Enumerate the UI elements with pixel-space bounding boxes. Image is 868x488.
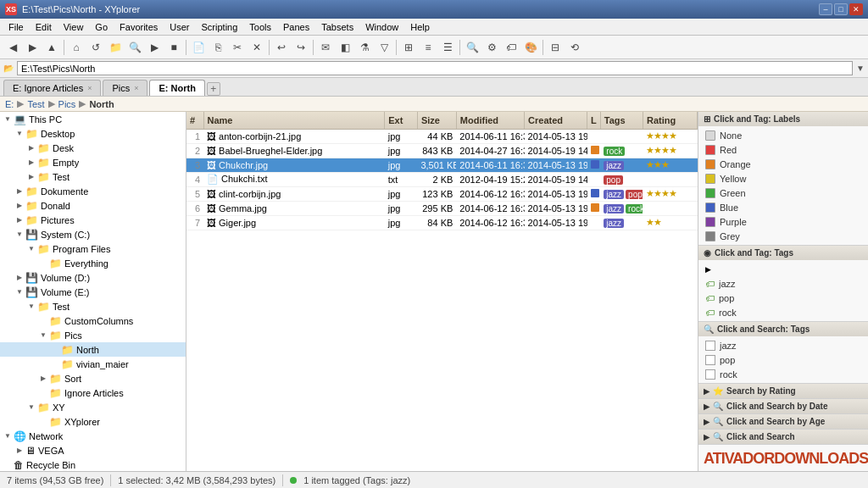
minimize-button[interactable]: – (819, 3, 832, 15)
tree-item-19[interactable]: 📁Ignore Articles (0, 385, 186, 400)
menu-item-panes[interactable]: Panes (278, 20, 314, 34)
search-date-header[interactable]: ▶ 🔍 Click and Search by Date (698, 399, 868, 413)
tree-item-8[interactable]: ▼💾System (C:) (0, 227, 186, 241)
sync-button[interactable]: ⟲ (565, 38, 584, 57)
tree-toggle-13[interactable]: ▼ (25, 299, 37, 313)
search-tags-header[interactable]: 🔍 Click and Search: Tags (698, 322, 868, 336)
tree-toggle-18[interactable]: ▶ (37, 371, 49, 385)
click-search-header[interactable]: ▶ 🔍 Click and Search (698, 430, 868, 444)
tree-toggle-7[interactable]: ▶ (14, 213, 25, 227)
tag-button[interactable]: 🏷 (502, 38, 520, 57)
tree-item-16[interactable]: 📁North (0, 342, 186, 357)
tree-item-20[interactable]: ▼📁XY (0, 400, 186, 414)
label-item-orange[interactable]: Orange (698, 157, 868, 171)
menu-item-scripting[interactable]: Scripting (197, 20, 243, 34)
tree-item-7[interactable]: ▶📁Pictures (0, 213, 186, 227)
tree-toggle-2[interactable]: ▶ (25, 141, 37, 155)
menu-item-window[interactable]: Window (360, 20, 403, 34)
tree-item-2[interactable]: ▶📁Desk (0, 141, 186, 155)
tree-toggle-20[interactable]: ▼ (25, 400, 37, 414)
search-age-header[interactable]: ▶ 🔍 Click and Search by Age (698, 414, 868, 429)
view-button[interactable]: ◧ (336, 38, 354, 57)
table-row[interactable]: 1🖼 anton-corbijn-21.jpgjpg44 KB2014-06-1… (186, 129, 698, 143)
tree-item-3[interactable]: ▶📁Empty (0, 155, 186, 169)
table-row[interactable]: 7🖼 Giger.jpgjpg84 KB2014-06-12 16:36:002… (186, 215, 698, 230)
maximize-button[interactable]: □ (834, 3, 848, 15)
menu-item-file[interactable]: File (3, 20, 29, 34)
tree-toggle-6[interactable]: ▶ (14, 198, 25, 213)
layout-button[interactable]: ⊟ (546, 38, 565, 57)
tree-toggle-5[interactable]: ▶ (14, 184, 25, 198)
tree-item-10[interactable]: 📁Everything (0, 256, 186, 270)
send-button[interactable]: ✉ (316, 38, 335, 57)
search-tag-check-jazz[interactable] (705, 341, 715, 351)
new-button[interactable]: 📄 (189, 38, 208, 57)
delete-button[interactable]: ✕ (248, 38, 266, 57)
col-header-l[interactable]: L (587, 112, 601, 129)
search-tag-item-rock[interactable]: rock (698, 367, 868, 381)
add-tab-button[interactable]: + (207, 82, 220, 96)
bc-item-pics[interactable]: Pics (58, 99, 76, 109)
tab-0[interactable]: E: Ignore Articles× (3, 80, 101, 96)
settings-button[interactable]: ⚙ (482, 38, 501, 57)
tree-toggle-4[interactable]: ▶ (25, 169, 37, 184)
tree-item-15[interactable]: ▼📁Pics (0, 328, 186, 342)
menu-item-favorites[interactable]: Favorites (114, 20, 163, 34)
tree-item-0[interactable]: ▼💻This PC (0, 112, 186, 126)
menu-item-user[interactable]: User (164, 20, 194, 34)
menu-item-view[interactable]: View (58, 20, 89, 34)
back-button[interactable]: ◀ (3, 38, 22, 57)
tree-toggle-22[interactable]: ▼ (2, 429, 14, 443)
table-row[interactable]: 4📄 Chukchi.txttxt2 KB2012-04-19 15:24:06… (186, 172, 698, 186)
tag-item-rock[interactable]: 🏷rock (698, 305, 868, 319)
tree-item-9[interactable]: ▼📁Program Files (0, 241, 186, 256)
col-header-name[interactable]: Name (203, 112, 385, 129)
table-row[interactable]: 3🖼 Chukchr.jpgjpg3,501 KB2014-06-11 16:3… (186, 158, 698, 172)
tree-item-5[interactable]: ▶📁Dokumente (0, 184, 186, 198)
tree-item-17[interactable]: 📁vivian_maier (0, 357, 186, 371)
list-button[interactable]: ≡ (419, 38, 437, 57)
search-tag-check-pop[interactable] (705, 355, 715, 365)
col-header-ext[interactable]: Ext (385, 112, 418, 129)
tree-item-23[interactable]: ▶🖥VEGA (0, 443, 186, 458)
label-item-red[interactable]: Red (698, 142, 868, 157)
tags-expand-item[interactable]: ▶ (698, 262, 868, 276)
col-header-modified[interactable]: Modified (456, 112, 524, 129)
table-row[interactable]: 2🖼 Babel-Brueghel-Elder.jpgjpg843 KB2014… (186, 143, 698, 158)
folder-button[interactable]: 📁 (106, 38, 125, 57)
tree-item-1[interactable]: ▼📁Desktop (0, 126, 186, 141)
zoom-button[interactable]: 🔍 (463, 38, 481, 57)
tree-item-4[interactable]: ▶📁Test (0, 169, 186, 184)
tree-toggle-1[interactable]: ▼ (14, 126, 25, 141)
search-tag-item-jazz[interactable]: jazz (698, 338, 868, 352)
tab-1[interactable]: Pics× (103, 80, 147, 96)
color-button[interactable]: 🎨 (521, 38, 540, 57)
col-header-created[interactable]: Created (525, 112, 587, 129)
tree-item-6[interactable]: ▶📁Donald (0, 198, 186, 213)
tree-item-18[interactable]: ▶📁Sort (0, 371, 186, 385)
col-header-rating[interactable]: Rating (643, 112, 697, 129)
tree-item-14[interactable]: 📁CustomColumns (0, 313, 186, 328)
menu-item-edit[interactable]: Edit (31, 20, 57, 34)
tree-item-11[interactable]: ▶💾Volume (D:) (0, 270, 186, 285)
table-row[interactable]: 5🖼 clint-corbijn.jpgjpg123 KB2014-06-12 … (186, 186, 698, 201)
label-item-blue[interactable]: Blue (698, 200, 868, 214)
tags-section-header[interactable]: ◉ Click and Tag: Tags (698, 246, 868, 260)
tag-item-jazz[interactable]: 🏷jazz (698, 276, 868, 291)
filter-button[interactable]: ⚗ (355, 38, 374, 57)
label-item-none[interactable]: None (698, 128, 868, 142)
tree-toggle-8[interactable]: ▼ (14, 227, 25, 241)
bc-item-e:[interactable]: E: (5, 99, 14, 109)
play-button[interactable]: ▶ (145, 38, 164, 57)
col-header-size[interactable]: Size (417, 112, 456, 129)
label-item-green[interactable]: Green (698, 186, 868, 200)
stop-button[interactable]: ■ (164, 38, 183, 57)
up-button[interactable]: ▲ (42, 38, 61, 57)
tree-item-13[interactable]: ▼📁Test (0, 299, 186, 313)
forward-button[interactable]: ▶ (23, 38, 42, 57)
tree-item-12[interactable]: ▼💾Volume (E:) (0, 285, 186, 299)
tab-close-1[interactable]: × (134, 84, 138, 92)
tree-toggle-11[interactable]: ▶ (14, 270, 25, 285)
cut-button[interactable]: ✂ (228, 38, 247, 57)
tree-toggle-3[interactable]: ▶ (25, 155, 37, 169)
